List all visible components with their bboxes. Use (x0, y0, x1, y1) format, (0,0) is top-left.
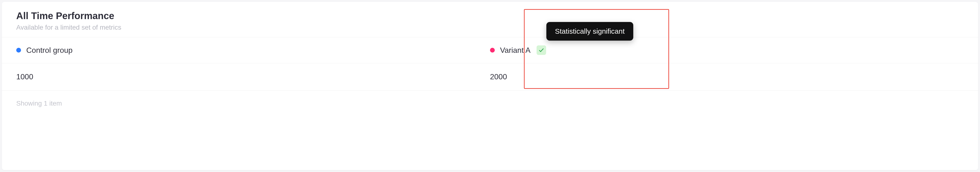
check-icon (538, 47, 544, 53)
performance-card: All Time Performance Available for a lim… (2, 2, 978, 170)
variant-label: Variant A (500, 46, 530, 55)
control-label: Control group (26, 46, 73, 55)
variant-value: 2000 (490, 63, 964, 90)
card-subtitle: Available for a limited set of metrics (16, 24, 964, 31)
control-dot-icon (16, 48, 21, 53)
card-title: All Time Performance (16, 11, 964, 21)
values-row: 1000 2000 (2, 63, 978, 91)
control-header-cell: Control group (16, 37, 490, 63)
variant-header-cell: Variant A (490, 37, 964, 63)
significance-badge[interactable] (536, 45, 546, 55)
control-value: 1000 (16, 63, 490, 90)
significance-tooltip: Statistically significant (546, 22, 633, 41)
card-header: All Time Performance Available for a lim… (2, 2, 978, 37)
column-headers-row: Control group Variant A (2, 37, 978, 63)
variant-dot-icon (490, 48, 495, 53)
card-footer: Showing 1 item (2, 91, 978, 116)
